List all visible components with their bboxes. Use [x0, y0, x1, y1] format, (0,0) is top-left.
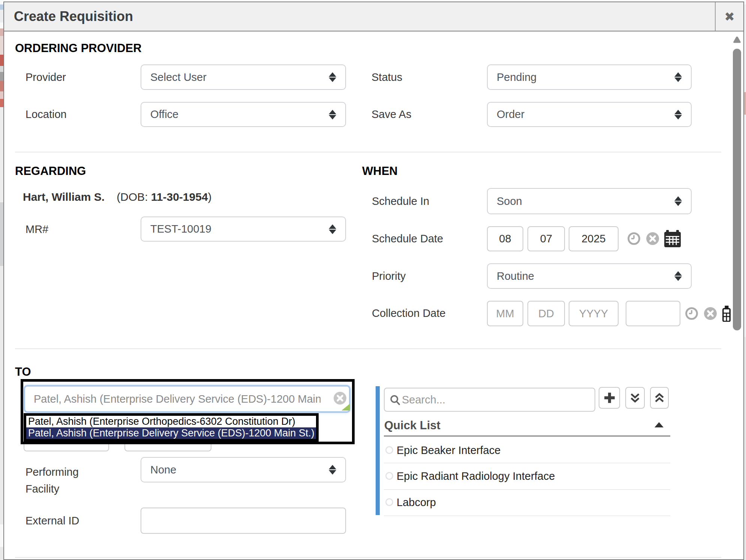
regarding-heading: REGARDING [15, 164, 86, 178]
double-chevron-down-icon [630, 392, 640, 403]
schedule-month-input[interactable] [487, 226, 523, 251]
status-select[interactable]: Pending [487, 64, 692, 90]
save-as-select[interactable]: Order [487, 102, 692, 127]
schedule-day-input[interactable] [527, 226, 565, 251]
modal-header: Create Requisition [4, 2, 743, 31]
page: Create Requisition ✖ ORDERING PROVIDER P… [0, 0, 746, 560]
location-select[interactable]: Office [141, 102, 346, 127]
ordering-provider-heading: ORDERING PROVIDER [15, 42, 142, 55]
dob-value: 11-30-1954 [151, 191, 208, 203]
dob-prefix: (DOB: [117, 191, 151, 203]
external-id-label: External ID [25, 514, 79, 527]
section-divider [15, 152, 721, 152]
select-caret-icon [329, 72, 337, 82]
section-divider [15, 348, 721, 349]
background-page-right-strip [744, 0, 746, 560]
recipient-option[interactable]: Patel, Ashish (Enterprise Orthopedics-63… [26, 416, 316, 427]
priority-label: Priority [372, 270, 406, 283]
performing-facility-label: Performing Facility [25, 464, 79, 497]
select-caret-icon [329, 224, 337, 234]
patient-name: Hart, William S. [23, 191, 105, 203]
select-caret-icon [329, 465, 337, 475]
expand-all-button[interactable] [625, 387, 645, 409]
list-separator [384, 463, 670, 463]
scrollbar-thumb[interactable] [733, 49, 741, 330]
collection-month-input[interactable] [487, 301, 523, 326]
quick-list-title: Quick List [384, 419, 440, 432]
double-chevron-up-icon [654, 392, 665, 403]
performing-facility-select[interactable]: None [141, 457, 346, 482]
save-as-label: Save As [372, 108, 411, 121]
select-caret-icon [674, 271, 682, 281]
mr-select[interactable]: TEST-10019 [141, 217, 346, 242]
select-caret-icon [674, 110, 682, 119]
recipient-clear-icon[interactable] [334, 392, 346, 405]
quick-list-rule [384, 436, 670, 436]
schedule-year-input[interactable] [569, 226, 619, 251]
patient-line: Hart, William S.(DOB: 11-30-1954) [23, 190, 212, 204]
collection-clear-icon[interactable] [704, 307, 717, 320]
plus-icon [604, 392, 615, 403]
close-icon: ✖ [724, 9, 735, 24]
schedule-clear-icon[interactable] [646, 232, 659, 245]
list-separator [384, 489, 670, 490]
select-caret-icon [674, 72, 682, 82]
recipient-options-list: Patel, Ashish (Enterprise Orthopedics-63… [24, 413, 319, 442]
when-heading: WHEN [362, 164, 398, 178]
search-box [384, 388, 595, 412]
schedule-time-icon[interactable] [628, 232, 640, 245]
schedule-in-label: Schedule In [372, 195, 429, 208]
recipient-input[interactable] [24, 385, 351, 413]
collection-time-icon[interactable] [685, 307, 698, 320]
collection-time-input[interactable] [626, 301, 680, 326]
to-heading: TO [15, 365, 31, 379]
provider-select[interactable]: Select User [141, 64, 346, 90]
quick-list-radio[interactable] [385, 498, 393, 506]
quick-list-radio[interactable] [385, 472, 393, 480]
provider-label: Provider [25, 71, 66, 84]
modal-title: Create Requisition [4, 9, 133, 24]
scrollbar-up-icon[interactable] [733, 36, 741, 43]
recipient-option-highlighted[interactable]: Patel, Ashish (Enterprise Delivery Servi… [26, 427, 316, 439]
quick-list-item[interactable]: Labcorp [397, 496, 436, 509]
search-icon [390, 395, 400, 405]
priority-select[interactable]: Routine [487, 263, 692, 289]
collapse-all-button[interactable] [650, 387, 669, 409]
schedule-calendar-icon[interactable] [664, 230, 681, 247]
add-button[interactable] [599, 387, 620, 409]
quick-list-item[interactable]: Epic Radiant Radiology Interface [397, 470, 555, 482]
quick-list-radio[interactable] [385, 446, 393, 454]
external-id-input[interactable] [141, 508, 346, 534]
recipient-combobox: Patel, Ashish (Enterprise Orthopedics-63… [21, 379, 355, 444]
dob-suffix: ) [208, 191, 212, 203]
collection-year-input[interactable] [569, 301, 619, 326]
background-page-left-strip [0, 0, 3, 560]
schedule-date-label: Schedule Date [372, 232, 443, 245]
collapse-section-icon[interactable] [655, 422, 664, 427]
specimen-vial-icon[interactable] [722, 306, 731, 322]
close-button[interactable]: ✖ [716, 2, 743, 31]
list-separator [384, 515, 670, 516]
collection-date-label: Collection Date [372, 307, 446, 320]
quick-list-item[interactable]: Epic Beaker Interface [397, 444, 500, 457]
location-label: Location [25, 108, 67, 121]
search-input[interactable] [385, 388, 595, 411]
collection-day-input[interactable] [527, 301, 565, 326]
select-caret-icon [674, 196, 682, 206]
schedule-in-select[interactable]: Soon [487, 188, 692, 214]
section-divider [15, 557, 721, 558]
status-label: Status [372, 71, 402, 84]
mr-label: MR# [25, 223, 48, 236]
select-caret-icon [329, 110, 337, 119]
panel-accent-bar [376, 386, 380, 515]
